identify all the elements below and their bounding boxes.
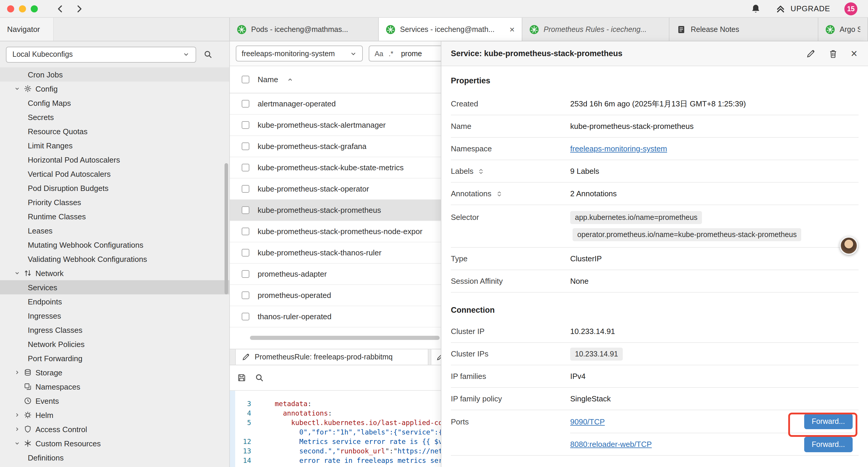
row-checkbox[interactable] (242, 100, 249, 108)
table-row-kube-prometheus-stack-grafana[interactable]: kube-prometheus-stack-grafana (230, 136, 441, 157)
table-row-kube-prometheus-stack-alertmanager[interactable]: kube-prometheus-stack-alertmanager (230, 115, 441, 136)
notifications-bell-icon[interactable] (750, 3, 761, 14)
table-row-kube-prometheus-stack-kube-state-metrics[interactable]: kube-prometheus-stack-kube-state-metrics (230, 157, 441, 178)
back-icon[interactable] (56, 4, 65, 13)
tab-argo-se[interactable]: Argo Se (818, 18, 868, 41)
save-icon[interactable] (237, 373, 246, 382)
chevron-down-icon (183, 51, 190, 58)
row-checkbox[interactable] (242, 249, 249, 257)
sidebar-item-mutating-webhook-configurations[interactable]: Mutating Webhook Configurations (0, 238, 229, 252)
sidebar-item-resource-quotas[interactable]: Resource Quotas (0, 124, 229, 138)
notification-count-badge[interactable]: 15 (844, 2, 857, 15)
table-row-prometheus-adapter[interactable]: prometheus-adapter (230, 264, 441, 285)
dock-tab-prometheusrule[interactable]: PrometheusRule: freeleaps-prod-rabbitmq (235, 349, 428, 365)
row-checkbox[interactable] (242, 121, 249, 129)
match-case-toggle[interactable]: Aa (375, 49, 383, 58)
sidebar-item-services[interactable]: Services (0, 280, 229, 294)
sidebar-item-network[interactable]: Network (0, 266, 229, 280)
sidebar-item-port-forwarding[interactable]: Port Forwarding (0, 351, 229, 365)
forward-button[interactable]: Forward... (804, 414, 852, 429)
tab-release-notes[interactable]: Release Notes (670, 18, 818, 41)
close-icon[interactable]: × (851, 48, 857, 59)
kubernetes-icon (386, 25, 395, 34)
tab-prometheus-rules-icecheng[interactable]: Prometheus Rules - icecheng... (522, 18, 670, 41)
sidebar-item-custom-resources[interactable]: Custom Resources (0, 436, 229, 450)
yaml-editor[interactable]: 3metadata:4 annotations:5 kubectl.kubern… (230, 391, 441, 467)
sidebar-item-config-maps[interactable]: Config Maps (0, 96, 229, 110)
row-checkbox[interactable] (242, 270, 249, 278)
minimize-window-button[interactable] (19, 5, 26, 12)
forward-icon[interactable] (74, 4, 84, 13)
name-column-header[interactable]: Name (258, 75, 278, 84)
upgrade-button[interactable]: UPGRADE (775, 3, 830, 14)
sidebar-item-namespaces[interactable]: Namespaces (0, 380, 229, 394)
code-text: error rate in freeleaps metrics ser (251, 456, 441, 465)
sidebar-item-label: Config (35, 84, 58, 93)
row-checkbox[interactable] (242, 291, 249, 299)
port-link[interactable]: 9090/TCP (570, 417, 605, 426)
code-line: 3metadata: (230, 399, 441, 408)
sidebar-item-storage[interactable]: Storage (0, 365, 229, 380)
sidebar-item-limit-ranges[interactable]: Limit Ranges (0, 138, 229, 152)
sidebar-item-helm[interactable]: Helm (0, 408, 229, 422)
row-checkbox[interactable] (242, 164, 249, 171)
expand-collapse-icon[interactable] (478, 168, 485, 175)
maximize-window-button[interactable] (31, 5, 38, 12)
user-avatar[interactable] (840, 236, 858, 255)
namespace-filter-select[interactable]: freeleaps-monitoring-system (236, 46, 363, 61)
sidebar-item-access-control[interactable]: Access Control (0, 422, 229, 436)
sidebar-item-ingress-classes[interactable]: Ingress Classes (0, 323, 229, 337)
horizontal-scrollbar[interactable] (230, 336, 441, 341)
sidebar-item-pod-disruption-budgets[interactable]: Pod Disruption Budgets (0, 181, 229, 195)
sidebar-item-priority-classes[interactable]: Priority Classes (0, 195, 229, 209)
sidebar-item-network-policies[interactable]: Network Policies (0, 337, 229, 351)
sidebar-search-icon[interactable] (203, 50, 213, 59)
sidebar-item-config[interactable]: Config (0, 82, 229, 96)
row-checkbox[interactable] (242, 143, 249, 150)
sort-ascending-icon[interactable] (286, 76, 293, 83)
resource-search-input[interactable]: Aa .* prome (369, 46, 441, 61)
table-row-prometheus-operated[interactable]: prometheus-operated (230, 285, 441, 306)
table-row-kube-prometheus-stack-thanos-ruler[interactable]: kube-prometheus-stack-thanos-ruler (230, 242, 441, 264)
table-row-kube-prometheus-stack-operator[interactable]: kube-prometheus-stack-operator (230, 178, 441, 200)
edit-icon[interactable] (806, 49, 815, 58)
sidebar-item-leases[interactable]: Leases (0, 224, 229, 238)
namespace-link[interactable]: freeleaps-monitoring-system (570, 144, 667, 153)
regex-toggle[interactable]: .* (389, 49, 393, 58)
sidebar-item-endpoints[interactable]: Endpoints (0, 294, 229, 309)
table-row-kube-prometheus-stack-prometheus[interactable]: kube-prometheus-stack-prometheus (230, 200, 441, 221)
tab-pods-icecheng-mathmas[interactable]: Pods - icecheng@mathmas... (230, 18, 379, 41)
row-checkbox[interactable] (242, 185, 249, 193)
editor-search-icon[interactable] (255, 373, 264, 382)
tab-services-icecheng-math[interactable]: Services - icecheng@math...× (379, 18, 522, 41)
sidebar-item-validating-webhook-configurations[interactable]: Validating Webhook Configurations (0, 252, 229, 266)
dock-tab-partial[interactable] (431, 349, 441, 365)
selector-badge: app.kubernetes.io/name=prometheus (570, 211, 702, 224)
table-row-kube-prometheus-stack-prometheus-node-expor[interactable]: kube-prometheus-stack-prometheus-node-ex… (230, 221, 441, 242)
close-window-button[interactable] (7, 5, 14, 12)
row-checkbox[interactable] (242, 313, 249, 320)
select-all-checkbox[interactable] (242, 76, 249, 83)
row-checkbox[interactable] (242, 228, 249, 235)
expand-collapse-icon[interactable] (495, 190, 502, 197)
sidebar-item-ingresses[interactable]: Ingresses (0, 309, 229, 323)
sidebar-item-vertical-pod-autoscalers[interactable]: Vertical Pod Autoscalers (0, 167, 229, 181)
sidebar-item-runtime-classes[interactable]: Runtime Classes (0, 209, 229, 224)
kubeconfig-selector[interactable]: Local Kubeconfigs (6, 47, 196, 62)
table-row-thanos-ruler-operated[interactable]: thanos-ruler-operated (230, 306, 441, 327)
sidebar-item-events[interactable]: Events (0, 394, 229, 408)
sidebar-item-cron-jobs[interactable]: Cron Jobs (0, 67, 229, 82)
sidebar-item-definitions[interactable]: Definitions (0, 450, 229, 465)
delete-icon[interactable] (829, 49, 838, 58)
scrollbar-thumb[interactable] (250, 336, 440, 340)
forward-button[interactable]: Forward... (804, 437, 852, 452)
table-row-alertmanager-operated[interactable]: alertmanager-operated (230, 93, 441, 115)
sidebar-item-secrets[interactable]: Secrets (0, 110, 229, 124)
tab-close-icon[interactable]: × (509, 25, 515, 34)
sidebar-item-horizontal-pod-autoscalers[interactable]: Horizontal Pod Autoscalers (0, 152, 229, 167)
row-checkbox[interactable] (242, 206, 249, 214)
dock-tab-bar: PrometheusRule: freeleaps-prod-rabbitmq (230, 349, 441, 365)
upgrade-icon (775, 3, 786, 14)
sidebar-scrollbar[interactable] (224, 163, 228, 294)
port-link[interactable]: 8080:reloader-web/TCP (570, 440, 652, 449)
